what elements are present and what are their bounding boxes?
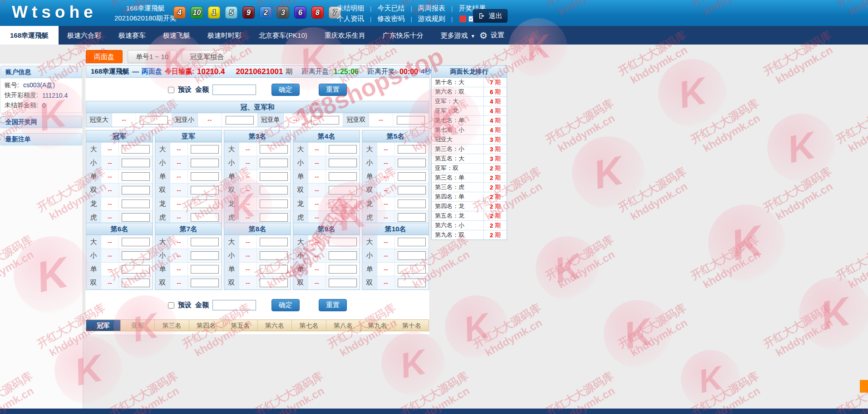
bet-amount-input[interactable] bbox=[329, 159, 357, 167]
legend-color-square[interactable] bbox=[459, 15, 466, 22]
preset-amount-input-top[interactable] bbox=[212, 85, 256, 95]
bet-amount-input[interactable] bbox=[329, 186, 357, 195]
confirm-button-top[interactable]: 确定 bbox=[271, 84, 300, 96]
bet-amount-input[interactable] bbox=[398, 159, 426, 167]
scroll-top-widget[interactable] bbox=[860, 380, 868, 393]
reset-button-bottom[interactable]: 重置 bbox=[319, 299, 347, 311]
bet-amount-input[interactable] bbox=[398, 238, 426, 246]
bet-amount-input[interactable] bbox=[329, 238, 357, 246]
menu-link[interactable]: 两周报表 bbox=[418, 4, 445, 13]
mode-tab[interactable]: 单号1 ~ 10 bbox=[128, 50, 177, 63]
rank-history-tab[interactable]: 第七名 bbox=[291, 320, 326, 331]
nav-item[interactable]: 168幸運飛艇 bbox=[0, 26, 59, 45]
bet-amount-input[interactable] bbox=[260, 238, 288, 246]
bet-column: 冠军大--小--单--双--龙--虎-- bbox=[86, 130, 153, 224]
menu-link[interactable]: 今天已结 bbox=[377, 4, 404, 13]
bet-amount-input[interactable] bbox=[329, 172, 357, 181]
bet-amount-input[interactable] bbox=[260, 145, 288, 154]
bet-amount-input[interactable] bbox=[122, 238, 150, 246]
menu-link[interactable]: 个人资讯 bbox=[337, 15, 364, 23]
bet-amount-input[interactable] bbox=[398, 251, 426, 260]
reset-button-top[interactable]: 重置 bbox=[319, 84, 347, 96]
bet-amount-input[interactable] bbox=[226, 116, 254, 125]
confirm-button-bottom[interactable]: 确定 bbox=[271, 299, 300, 311]
bet-amount-input[interactable] bbox=[260, 172, 288, 181]
bet-amount-input[interactable] bbox=[329, 213, 357, 222]
preset-checkbox-bottom[interactable] bbox=[168, 302, 174, 309]
rank-history-tab[interactable]: 冠军 bbox=[86, 320, 120, 331]
bet-amount-input[interactable] bbox=[329, 200, 357, 208]
bet-amount-input[interactable] bbox=[260, 159, 288, 167]
bet-amount-input[interactable] bbox=[191, 159, 219, 167]
bet-amount-input[interactable] bbox=[191, 279, 219, 287]
bet-amount-input[interactable] bbox=[122, 200, 150, 208]
mode-tab[interactable]: 冠亚军组合 bbox=[182, 50, 232, 63]
bet-amount-input[interactable] bbox=[191, 186, 219, 195]
rank-history-tab[interactable]: 第十名 bbox=[395, 320, 429, 331]
bet-amount-input[interactable] bbox=[122, 186, 150, 195]
bet-amount-input[interactable] bbox=[122, 251, 150, 260]
bet-amount-input[interactable] bbox=[398, 186, 426, 195]
preset-amount-input-bottom[interactable] bbox=[212, 300, 256, 310]
bet-amount-input[interactable] bbox=[191, 265, 219, 274]
rank-history-tab[interactable]: 第三名 bbox=[154, 320, 189, 331]
menu-link[interactable]: 修改密码 bbox=[377, 15, 404, 23]
bet-amount-input[interactable] bbox=[398, 145, 426, 154]
bet-amount-input[interactable] bbox=[122, 213, 150, 222]
bet-option-label: 单 bbox=[224, 263, 239, 276]
bet-amount-input[interactable] bbox=[122, 159, 150, 167]
bet-amount-input[interactable] bbox=[329, 265, 357, 274]
bet-amount-input[interactable] bbox=[311, 116, 339, 125]
bet-amount-input[interactable] bbox=[329, 251, 357, 260]
nav-item[interactable]: 更多游戏▼ bbox=[432, 26, 484, 45]
bet-amount-input[interactable] bbox=[191, 172, 219, 181]
rank-history-tab[interactable]: 第六名 bbox=[257, 320, 292, 331]
settings-button[interactable]: ⚙ 设置 bbox=[479, 26, 504, 45]
nav-item[interactable]: 极速飞艇 bbox=[154, 26, 199, 45]
bet-amount-input[interactable] bbox=[191, 213, 219, 222]
rank-history-tab[interactable]: 亚军 bbox=[120, 320, 155, 331]
bet-amount-input[interactable] bbox=[260, 200, 288, 208]
nav-item[interactable]: 极速赛车 bbox=[110, 26, 154, 45]
bet-amount-input[interactable] bbox=[191, 200, 219, 208]
bet-amount-input[interactable] bbox=[140, 116, 168, 125]
bet-amount-input[interactable] bbox=[398, 200, 426, 208]
rank-history-tab[interactable]: 第九名 bbox=[360, 320, 395, 331]
bet-amount-input[interactable] bbox=[398, 172, 426, 181]
bet-amount-input[interactable] bbox=[122, 172, 150, 181]
menu-link[interactable]: 游戏规则 bbox=[418, 15, 445, 23]
watermark-line: 开红大大源码库 bbox=[252, 369, 325, 414]
mode-tab[interactable]: 两面盘 bbox=[86, 50, 123, 63]
nav-item[interactable]: 极速六合彩 bbox=[59, 26, 110, 45]
nav-item[interactable]: 重庆欢乐生肖 bbox=[316, 26, 374, 45]
bet-amount-input[interactable] bbox=[191, 238, 219, 246]
preset-checkbox-top[interactable] bbox=[168, 87, 174, 93]
sidebar-item-national-draws[interactable]: 全国开奖网 bbox=[0, 116, 82, 128]
bet-amount-input[interactable] bbox=[191, 145, 219, 154]
bet-amount-input[interactable] bbox=[260, 265, 288, 274]
nav-item[interactable]: 北京赛车(PK10) bbox=[250, 26, 316, 45]
bet-amount-input[interactable] bbox=[398, 279, 426, 287]
rank-history-tab[interactable]: 第八名 bbox=[326, 320, 360, 331]
nav-item[interactable]: 极速时时彩 bbox=[199, 26, 250, 45]
bet-amount-input[interactable] bbox=[398, 265, 426, 274]
bet-amount-input[interactable] bbox=[397, 116, 425, 125]
bet-amount-input[interactable] bbox=[260, 251, 288, 260]
bet-amount-input[interactable] bbox=[260, 279, 288, 287]
bet-amount-input[interactable] bbox=[122, 265, 150, 274]
bet-amount-input[interactable] bbox=[260, 213, 288, 222]
bet-amount-input[interactable] bbox=[329, 279, 357, 287]
bet-amount-input[interactable] bbox=[122, 145, 150, 154]
bet-amount-input[interactable] bbox=[122, 279, 150, 287]
nav-item[interactable]: 广东快乐十分 bbox=[374, 26, 432, 45]
bet-amount-input[interactable] bbox=[191, 251, 219, 260]
sidebar-item-latest-orders[interactable]: 最新注单 bbox=[0, 133, 82, 145]
rank-history-tab[interactable]: 第四名 bbox=[189, 320, 223, 331]
logout-button[interactable]: 退出 bbox=[473, 9, 508, 23]
bet-amount-input[interactable] bbox=[329, 145, 357, 154]
rank-history-tab[interactable]: 第五名 bbox=[223, 320, 257, 331]
watermark-line: khddymk.cn bbox=[622, 176, 695, 226]
bet-amount-input[interactable] bbox=[260, 186, 288, 195]
menu-link[interactable]: 未结明细 bbox=[337, 4, 364, 13]
bet-amount-input[interactable] bbox=[398, 213, 426, 222]
